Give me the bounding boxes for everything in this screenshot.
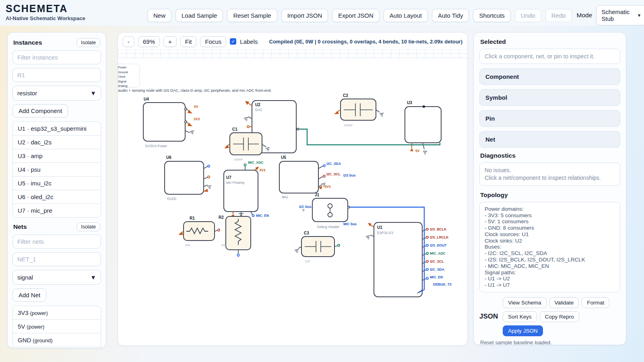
list-item[interactable]: U2 · dac_i2s [12,135,101,149]
section-symbol[interactable]: Symbol [479,89,620,106]
u1-pin-i2s-lrclk: I2S_LRCLK [430,235,449,239]
mode-select-value: Schematic Stub [601,8,630,22]
list-item[interactable]: GND(ground) [12,333,101,347]
import-json-button[interactable]: Import JSON [281,9,328,22]
list-item[interactable]: U5 · imu_i2c [12,176,101,190]
u4-sub-label: 5V/3V3 Power [145,144,167,148]
selected-hint: Click a component, net, or pin to inspec… [479,49,620,64]
auto-tidy-button[interactable]: Auto Tidy [432,9,469,22]
topology-title: Topology [480,191,619,199]
component-u5[interactable]: U5 IMU I2C_SDA I2C_SCL 3V3 [279,155,341,199]
format-button[interactable]: Format [582,297,609,308]
labels-checkbox[interactable]: ✓ [230,38,236,45]
component-u7[interactable]: U7 Mic Preamp MIC_ADC 3V3 MIC_EN [224,160,269,218]
instance-type-value: resistor [17,90,37,97]
load-sample-button[interactable]: Load Sample [175,9,223,22]
zoom-out-button[interactable]: - [123,36,134,47]
component-r2[interactable]: R2 10k [219,215,251,256]
ground-icon [366,236,370,239]
header-toolbar: New Load Sample Reset Sample Import JSON… [147,5,644,25]
new-button[interactable]: New [147,9,171,22]
component-u3[interactable]: U3 5V [405,101,441,154]
r1-ref-label: R1 [190,216,195,220]
filter-nets-input[interactable] [12,234,101,249]
ground-icon [302,210,305,211]
zoom-in-button[interactable]: + [163,36,177,47]
net-type-select[interactable]: signal ▼ [12,270,101,285]
u1-pin-i2s-bclk: I2S_BCLK [430,227,447,231]
net-name: 3V3 [18,309,29,316]
component-u1[interactable]: U1 ESP32-S3 I2S_BCLK I2S_LRCLK I2S_DOUT … [366,222,452,297]
u7-ref-label: U7 [226,175,231,180]
list-item[interactable]: I2S_BCLK(clock) [12,347,101,348]
app-header: SCHEMETA AI-Native Schematic Workspace N… [0,0,644,26]
list-item[interactable]: U7 · mic_pre [12,204,101,218]
instance-type-select[interactable]: resistor ▼ [12,86,101,101]
j1-right-pin[interactable] [348,206,350,208]
net-type: (power) [30,310,48,316]
section-pin[interactable]: Pin [479,110,620,127]
focus-button[interactable]: Focus [200,36,226,47]
u2-sub-label: DAC [255,108,262,112]
section-component[interactable]: Component [479,68,620,85]
schematic-svg[interactable]: Power Ground Clock Signal Analog rt audi… [118,49,467,346]
validate-button[interactable]: Validate [549,297,579,308]
list-item[interactable]: U1 · esp32_s3_supermini [12,121,101,136]
component-r1[interactable]: R1 10k [178,216,220,247]
redo-button[interactable]: Redo [545,9,572,22]
component-c2[interactable]: C2 100nF [334,93,384,127]
section-net[interactable]: Net [479,131,620,148]
nets-isolate-button[interactable]: Isolate [76,222,100,231]
u1-sub-label: ESP32-S3 [377,231,393,235]
reset-sample-button[interactable]: Reset Sample [227,9,277,22]
export-json-button[interactable]: Export JSON [332,9,380,22]
component-j1[interactable]: J1 Debug Header I2C bus [299,193,348,229]
u1-pin-mic-en: MIC_EN [430,275,443,279]
view-schema-button[interactable]: View Schema [503,297,546,308]
chevron-down-icon: ▼ [90,274,96,281]
u1-pin-i2s-dout: I2S_DOUT [430,243,447,247]
u3-ref-label: U3 [407,101,412,105]
json-title: JSON [479,313,498,321]
nets-title: Nets [13,223,27,230]
legend-box: Power Ground Clock Signal Analog [118,64,140,88]
diagnostics-title: Diagnostics [480,152,619,159]
list-item[interactable]: U3 · amp [12,149,101,163]
json-status: Reset sample baseline loaded. [480,339,619,345]
instance-ref-input[interactable] [12,68,101,82]
component-u4[interactable]: U4 5V/3V3 Power 5V 3V3 [143,97,200,148]
undo-button[interactable]: Undo [515,9,541,22]
net-name: GND [18,337,31,343]
apply-json-button[interactable]: Apply JSON [503,325,543,336]
j1-sub-label: Debug Header [317,225,339,229]
instances-list: U1 · esp32_s3_supermini U2 · dac_i2s U3 … [12,121,101,218]
u5-sda-label: I2C_SDA [326,162,341,166]
list-item[interactable]: 5V(power) [12,319,101,333]
auto-layout-button[interactable]: Auto Layout [384,9,428,22]
component-c3[interactable]: C3 1uF [295,231,340,263]
c2-val-label: 100nF [344,123,353,127]
mode-select[interactable]: Schematic Stub ▼ [596,5,644,25]
list-item[interactable]: U4 · psu [12,162,101,177]
component-u6[interactable]: U6 OLED [165,155,212,201]
list-item[interactable]: U6 · oled_i2c [12,190,101,204]
grid-strip [118,49,467,58]
sort-keys-button[interactable]: Sort Keys [503,311,537,322]
u5-ref-label: U5 [281,155,286,160]
add-component-button[interactable]: Add Component [12,104,68,117]
schematic-note: rt audio + sensing node with I2S DAC, cl… [118,88,272,93]
copy-repro-button[interactable]: Copy Repro [540,311,579,322]
u7-3v3-label: 3V3 [259,168,265,172]
add-net-button[interactable]: Add Net [12,288,46,302]
u1-pin-i2c-scl: I2C_SCL [430,259,444,263]
zoom-level-button[interactable]: 69% [138,36,160,47]
instances-isolate-button[interactable]: Isolate [76,38,100,47]
u6-sub-label: OLED [167,197,176,201]
net-type: (power) [27,324,44,330]
canvas-toolbar: - 69% + Fit Focus ✓ Labels Compiled (0E,… [118,33,467,49]
net-name-input[interactable] [12,252,101,266]
list-item[interactable]: 3V3(power) [12,306,101,320]
shortcuts-button[interactable]: Shortcuts [473,9,510,22]
fit-button[interactable]: Fit [180,36,197,47]
filter-instances-input[interactable] [12,50,101,64]
